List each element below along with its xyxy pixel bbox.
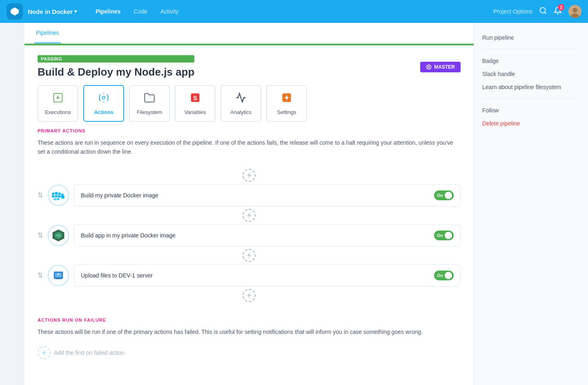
notification-count: 3 bbox=[558, 4, 564, 11]
tab-analytics[interactable]: Analytics bbox=[220, 85, 261, 122]
tab-settings-label: Settings bbox=[277, 109, 296, 115]
pipeline-header: PASSING Build & Deploy my Node.js app MA… bbox=[24, 45, 474, 85]
add-action-top[interactable]: + bbox=[243, 169, 256, 182]
failure-actions-desc: These actions will be run if one of the … bbox=[38, 327, 461, 336]
app-logo[interactable] bbox=[7, 3, 23, 20]
svg-line-8 bbox=[427, 65, 428, 66]
add-action-between-1-2[interactable]: + bbox=[243, 209, 256, 222]
drag-handle-2[interactable]: ⇅ bbox=[38, 231, 43, 239]
search-icon[interactable] bbox=[539, 7, 547, 16]
toggle-3[interactable]: On bbox=[434, 271, 454, 280]
executions-icon bbox=[52, 92, 64, 106]
svg-rect-34 bbox=[55, 278, 62, 279]
svg-marker-0 bbox=[11, 7, 19, 16]
svg-line-9 bbox=[430, 67, 430, 68]
sidebar-learn-filesystem[interactable]: Learn about pipeline filesystem bbox=[482, 82, 580, 92]
svg-text:BUDDY: BUDDY bbox=[53, 198, 59, 200]
content-body: PRIMARY ACTIONS These actions are run in… bbox=[24, 128, 474, 372]
svg-rect-21 bbox=[58, 192, 60, 195]
sidebar-delete-pipeline[interactable]: Delete pipeline bbox=[482, 119, 580, 128]
sidebar-slack-handle[interactable]: Slack handle bbox=[482, 69, 580, 79]
tab-executions-label: Executions bbox=[45, 109, 71, 115]
tab-settings[interactable]: Settings bbox=[266, 85, 307, 122]
svg-line-11 bbox=[427, 67, 428, 68]
action-list: + ⇅ bbox=[38, 166, 461, 304]
pipeline-title: Build & Deploy my Node.js app bbox=[38, 66, 194, 78]
tab-bar: Executions Actions Files bbox=[24, 85, 474, 128]
svg-point-1 bbox=[540, 8, 546, 13]
tab-actions-label: Actions bbox=[94, 109, 114, 115]
sidebar-badge[interactable]: Badge bbox=[482, 56, 580, 66]
nav-pipelines[interactable]: Pipelines bbox=[90, 6, 126, 17]
action-icon-2 bbox=[48, 225, 69, 246]
breadcrumb-bar: Pipelines bbox=[24, 23, 474, 44]
project-options-link[interactable]: Project Options bbox=[493, 8, 532, 15]
add-failed-label: Add the first on failed action bbox=[54, 349, 125, 356]
add-action-bottom[interactable]: + bbox=[243, 289, 256, 302]
action-name-1: Build my private Docker image bbox=[81, 192, 158, 199]
master-badge[interactable]: MASTER bbox=[420, 62, 461, 72]
add-failed-icon: + bbox=[38, 346, 51, 359]
user-avatar[interactable] bbox=[568, 5, 581, 18]
action-name-3: Upload files to DEV-1 server bbox=[81, 272, 153, 279]
failure-actions-title: ACTIONS RUN ON FAILURE bbox=[38, 318, 461, 322]
nav-code[interactable]: Code bbox=[128, 6, 153, 17]
sidebar-divider-2 bbox=[482, 98, 580, 99]
sidebar-follow[interactable]: Follow bbox=[482, 105, 580, 115]
analytics-icon bbox=[235, 92, 247, 106]
add-action-between-2-3[interactable]: + bbox=[243, 249, 256, 262]
filesystem-icon bbox=[144, 92, 155, 106]
tab-variables[interactable]: S Variables bbox=[175, 85, 216, 122]
tab-filesystem-label: Filesystem bbox=[137, 109, 162, 115]
svg-rect-20 bbox=[55, 192, 58, 195]
add-failed-action[interactable]: + Add the first on failed action bbox=[38, 346, 461, 359]
action-card-2[interactable]: Build app in my private Docker image On bbox=[74, 224, 461, 246]
action-card-1[interactable]: Build my private Docker image On bbox=[74, 184, 461, 206]
primary-actions-desc: These actions are run in sequence on eve… bbox=[38, 138, 461, 157]
project-name[interactable]: Node in Docker ▾ bbox=[28, 8, 77, 15]
settings-icon bbox=[281, 92, 292, 106]
action-row-1: ⇅ BUDDY bbox=[38, 184, 461, 206]
svg-rect-24 bbox=[58, 195, 60, 197]
notification-bell[interactable]: 3 bbox=[554, 7, 562, 16]
svg-rect-23 bbox=[55, 195, 58, 197]
svg-point-4 bbox=[572, 8, 577, 13]
svg-point-18 bbox=[285, 96, 288, 99]
sidebar-divider-1 bbox=[482, 49, 580, 49]
svg-line-10 bbox=[430, 65, 430, 66]
page-layout: Pipelines PASSING Build & Deploy my Node… bbox=[0, 23, 588, 385]
drag-handle-3[interactable]: ⇅ bbox=[38, 271, 43, 279]
action-icon-3 bbox=[48, 265, 69, 286]
tab-actions[interactable]: Actions bbox=[83, 85, 124, 122]
sidebar-run-pipeline[interactable]: Run pipeline bbox=[482, 33, 580, 43]
pipelines-breadcrumb[interactable]: Pipelines bbox=[34, 23, 61, 43]
svg-point-7 bbox=[428, 66, 430, 68]
actions-icon bbox=[98, 92, 109, 106]
tab-filesystem[interactable]: Filesystem bbox=[129, 85, 170, 122]
topnav: Node in Docker ▾ Pipelines Code Activity… bbox=[0, 0, 588, 23]
nav-activity[interactable]: Activity bbox=[155, 6, 184, 17]
main-area: Pipelines PASSING Build & Deploy my Node… bbox=[24, 23, 474, 385]
action-name-2: Build app in my private Docker image bbox=[81, 232, 176, 239]
action-row-3: ⇅ Upload files to DEV-1 server bbox=[38, 264, 461, 287]
topnav-nav: Pipelines Code Activity bbox=[90, 6, 493, 17]
svg-rect-19 bbox=[52, 192, 54, 195]
action-card-3[interactable]: Upload files to DEV-1 server On bbox=[74, 264, 461, 287]
left-sidebar bbox=[0, 23, 24, 385]
toggle-1[interactable]: On bbox=[434, 190, 454, 200]
passing-badge: PASSING bbox=[38, 55, 194, 63]
svg-point-14 bbox=[102, 96, 105, 99]
svg-rect-22 bbox=[52, 195, 54, 197]
failure-section: ACTIONS RUN ON FAILURE These actions wil… bbox=[38, 318, 461, 359]
svg-text:S: S bbox=[193, 94, 197, 101]
drag-handle-1[interactable]: ⇅ bbox=[38, 191, 43, 199]
right-sidebar: Run pipeline Badge Slack handle Learn ab… bbox=[474, 23, 588, 385]
variables-icon: S bbox=[189, 92, 201, 106]
tab-analytics-label: Analytics bbox=[230, 109, 252, 115]
topnav-right: Project Options 3 bbox=[493, 5, 581, 18]
svg-rect-33 bbox=[56, 278, 60, 279]
toggle-2[interactable]: On bbox=[434, 231, 454, 240]
action-icon-1: BUDDY bbox=[48, 185, 69, 206]
pipeline-title-area: PASSING Build & Deploy my Node.js app bbox=[38, 55, 194, 78]
tab-executions[interactable]: Executions bbox=[38, 85, 78, 122]
